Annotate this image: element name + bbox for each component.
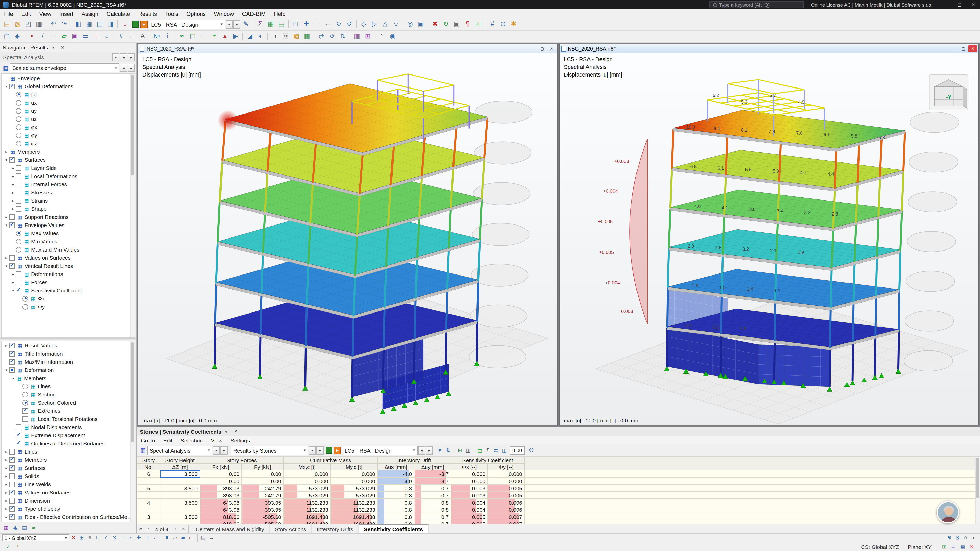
expand-icon[interactable]: ▸: [10, 280, 16, 284]
tree-item-deformation[interactable]: ▾▦Deformation: [2, 366, 135, 374]
work-plane-yz-icon[interactable]: ▭: [187, 534, 196, 541]
checkbox[interactable]: [16, 181, 21, 187]
checkbox[interactable]: [16, 424, 21, 430]
table-cell[interactable]: -0.8: [377, 520, 414, 524]
table-cell[interactable]: -242.79: [242, 484, 283, 492]
last-page-icon[interactable]: »: [180, 524, 187, 533]
table-menu-go-to[interactable]: Go To: [137, 437, 159, 443]
polar-tracking-icon[interactable]: ∠: [102, 534, 110, 541]
model-view-right[interactable]: 0.90.60.51.81.51.41.12.32.83.22.11.94.04…: [560, 53, 978, 425]
checkbox[interactable]: [16, 441, 21, 446]
snap-status-icon[interactable]: ⊞: [940, 543, 948, 551]
clipping-box-icon[interactable]: ▣: [415, 19, 426, 30]
table-print-icon[interactable]: ▥: [464, 446, 472, 454]
expand-icon[interactable]: ▸: [3, 256, 9, 260]
checkbox[interactable]: [9, 457, 15, 462]
table-cell[interactable]: 0.7: [414, 484, 451, 492]
new-solid-icon[interactable]: ▣: [69, 31, 80, 42]
open-model-icon[interactable]: ▧: [12, 19, 23, 30]
checkbox[interactable]: [16, 271, 21, 277]
table-cell[interactable]: -818.06: [200, 520, 242, 524]
table-cell[interactable]: 1691.438: [283, 513, 331, 520]
table-search-icon[interactable]: ⊙: [526, 445, 537, 456]
table-cell[interactable]: 1132.233: [283, 499, 331, 506]
tree-scrollbar[interactable]: [130, 341, 135, 522]
menu-assign[interactable]: Assign: [78, 9, 103, 18]
radio-button[interactable]: [16, 132, 21, 138]
tree-item-result-values[interactable]: ▸▦Result Values: [2, 341, 135, 349]
viewport-titlebar[interactable]: NBC_2020_RSA.rf6* — ▢ ✕: [138, 44, 557, 53]
tree-item-type-of-display[interactable]: ▸▦Type of display: [2, 505, 135, 513]
expand-icon[interactable]: ▸: [3, 514, 9, 519]
expand-icon[interactable]: ▸: [3, 449, 9, 454]
table-load-case-combo[interactable]: LC5 RSA - Design ▾: [342, 446, 417, 455]
radio-button[interactable]: [16, 116, 21, 122]
guidelines-toggle-icon[interactable]: ≡: [163, 534, 171, 541]
checkbox[interactable]: [9, 255, 15, 260]
envelope-combo[interactable]: Scaled sums envelope ▾: [10, 63, 119, 73]
calculate-all-icon[interactable]: Σ: [255, 19, 266, 30]
result-diagrams-icon[interactable]: ≈: [177, 31, 187, 42]
table-analysis-combo[interactable]: Spectral Analysis ▾: [147, 446, 212, 455]
perpendicular-snap-icon[interactable]: ⊥: [143, 534, 151, 541]
tab-story-actions[interactable]: Story Actions: [270, 524, 312, 533]
deformed-model-scene-left[interactable]: [138, 53, 557, 425]
tangent-snap-icon[interactable]: ○: [151, 534, 159, 541]
table-row[interactable]: 63.5000.000.000.0000.000-4.0-3.70.0000.0…: [137, 470, 980, 477]
collapse-icon[interactable]: ▾: [3, 157, 9, 162]
tree-item-max-min-information[interactable]: ▦Max/Min Information: [2, 358, 135, 366]
tree-item-uy[interactable]: ▦uy: [2, 106, 135, 115]
table-cell[interactable]: 0.000: [451, 470, 488, 477]
table-cell[interactable]: 1691.438: [331, 513, 377, 520]
tree-item-stresses[interactable]: ▸▦Stresses: [2, 188, 135, 197]
tree-item-deformations[interactable]: ▸▦Deformations: [2, 270, 135, 278]
menu-results[interactable]: Results: [134, 9, 161, 18]
tab-centers-of-mass-and-rigidity[interactable]: Centers of Mass and Rigidity: [191, 524, 270, 533]
table-cell[interactable]: 3.500: [160, 484, 200, 492]
checkbox[interactable]: [9, 489, 15, 495]
checkbox[interactable]: [9, 351, 15, 356]
tree-item-lines[interactable]: ▸▦Lines: [2, 448, 135, 456]
transparency-icon[interactable]: ▒: [280, 31, 291, 42]
menu-window[interactable]: Window: [210, 9, 238, 18]
model-view-left[interactable]: LC5 - RSA - Design Spectral Analysis Dis…: [138, 53, 557, 425]
table-cell[interactable]: -3.7: [414, 470, 451, 477]
transpose-table-icon[interactable]: ⇄: [492, 446, 500, 454]
table-row[interactable]: 53.500393.03-242.79573.029573.0290.80.70…: [137, 484, 980, 492]
table-cell[interactable]: -4.0: [377, 470, 414, 477]
navigator-tab-results-icon[interactable]: ≈: [30, 524, 38, 532]
table-cell[interactable]: 1691.438: [283, 520, 331, 524]
sensitivity-result-line[interactable]: +0.003+0.004+0.005+0.005+0.0040.003: [598, 139, 647, 324]
work-plane-xz-icon[interactable]: ▰: [179, 534, 187, 541]
table-cell[interactable]: 0.005: [488, 492, 525, 499]
expand-icon[interactable]: ▸: [3, 343, 9, 348]
table-row[interactable]: 0.000.000.0000.0004.03.70.0000.000: [137, 477, 980, 484]
mirror-objects-icon[interactable]: ⇅: [337, 31, 348, 42]
viewport-restore-icon[interactable]: ▢: [959, 45, 968, 52]
extreme-values-icon[interactable]: ▲: [220, 31, 230, 42]
new-nodal-support-icon[interactable]: ⊥: [91, 31, 102, 42]
table-cell[interactable]: 0.003: [451, 492, 488, 499]
previous-page-icon[interactable]: ‹: [145, 524, 152, 533]
tree-item-solids[interactable]: ▸▦Solids: [2, 472, 135, 480]
expand-icon[interactable]: ▸: [3, 507, 9, 511]
grid-status-icon[interactable]: #: [950, 543, 958, 551]
tree-item-local-torsional-rotations[interactable]: ▦Local Torsional Rotations: [2, 415, 135, 423]
table-cell[interactable]: -0.8: [377, 506, 414, 513]
panel-close-icon[interactable]: ✕: [232, 428, 240, 435]
tree-item-extremes[interactable]: ▦Extremes: [2, 407, 135, 415]
expand-icon[interactable]: ▸: [3, 490, 9, 495]
expand-icon[interactable]: ▸: [10, 165, 16, 170]
delete-all-results-icon[interactable]: ✖: [430, 19, 441, 30]
viewport-left[interactable]: NBC_2020_RSA.rf6* — ▢ ✕ LC5 - RSA - Desi…: [138, 44, 558, 426]
expand-icon[interactable]: ▸: [3, 474, 9, 478]
endpoint-snap-icon[interactable]: •: [127, 534, 135, 541]
numbering-icon[interactable]: №: [151, 31, 162, 42]
checkbox[interactable]: [9, 465, 15, 471]
table-sort-icon[interactable]: ⇅: [444, 446, 452, 454]
new-model-icon[interactable]: ▤: [2, 19, 12, 30]
user-avatar[interactable]: [937, 501, 959, 524]
table-filter-icon[interactable]: ▼: [436, 446, 444, 454]
dimensions-icon[interactable]: ↔: [127, 31, 137, 42]
table-cell[interactable]: 0.005: [451, 513, 488, 520]
